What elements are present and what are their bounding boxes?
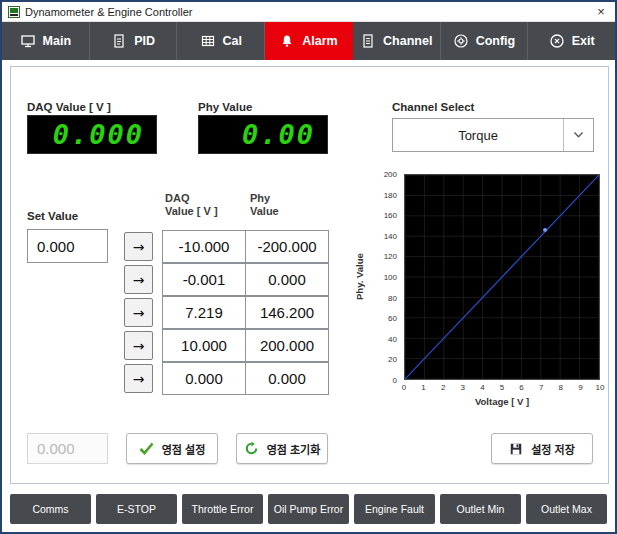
zero-set-button[interactable]: 영점 설정: [126, 433, 218, 464]
x-tick-label: 5: [500, 383, 504, 392]
apply-arrow-button[interactable]: →: [124, 232, 153, 261]
y-tick-label: 140: [384, 231, 397, 240]
x-tick-label: 9: [578, 383, 582, 392]
status-comms[interactable]: Comms: [10, 494, 91, 524]
toolbar-channel-label: Channel: [383, 34, 432, 48]
table-header-phy: Phy Value: [250, 192, 279, 218]
refresh-icon: [244, 441, 259, 456]
table-header-daq: DAQ Value [ V ]: [165, 192, 218, 218]
x-tick-label: 0: [402, 383, 406, 392]
toolbar-main-label: Main: [43, 34, 71, 48]
toolbar-alarm-label: Alarm: [302, 34, 337, 48]
y-tick-label: 200: [384, 170, 397, 179]
toolbar-cal-button[interactable]: Cal: [177, 22, 265, 60]
channel-select-dropdown[interactable]: Torque: [392, 118, 594, 152]
phy-cal-cell[interactable]: 0.000: [245, 362, 329, 395]
save-settings-button[interactable]: 설정 저장: [491, 433, 593, 464]
phy-value-label: Phy Value: [198, 101, 252, 113]
chart-x-axis-title: Voltage [ V ]: [404, 396, 600, 407]
daq-cal-cell[interactable]: 0.000: [162, 362, 246, 395]
bell-icon: [279, 33, 295, 49]
zero-reset-button[interactable]: 영점 초기화: [236, 433, 328, 464]
y-tick-label: 40: [388, 334, 397, 343]
zero-offset-display: 0.000: [27, 433, 108, 464]
channel-select-value: Torque: [393, 119, 563, 151]
toolbar-config-label: Config: [476, 34, 516, 48]
gear-icon: [453, 33, 469, 49]
phy-value-display: 0.00: [198, 115, 328, 154]
y-tick-label: 0: [393, 376, 397, 385]
monitor-icon: [20, 33, 36, 49]
toolbar-exit-button[interactable]: Exit: [528, 22, 615, 60]
daq-value-display: 0.000: [27, 115, 157, 154]
x-tick-label: 8: [559, 383, 563, 392]
set-value-input[interactable]: 0.000: [27, 229, 108, 263]
toolbar-config-button[interactable]: Config: [441, 22, 529, 60]
main-content: DAQ Value [ V ] 0.000 Phy Value 0.00 Cha…: [2, 60, 615, 486]
daq-cal-cell[interactable]: 10.000: [162, 329, 246, 362]
chart-y-tick-labels: 020406080100120140160180200: [372, 174, 400, 380]
close-button[interactable]: ×: [593, 4, 609, 20]
check-icon: [139, 442, 154, 455]
app-icon: [8, 6, 20, 18]
daq-value-label: DAQ Value [ V ]: [27, 101, 111, 113]
toolbar-channel-button[interactable]: Channel: [353, 22, 441, 60]
y-tick-label: 120: [384, 252, 397, 261]
save-settings-label: 설정 저장: [531, 441, 575, 457]
toolbar-main-button[interactable]: Main: [2, 22, 90, 60]
cal-table-row: → -10.000 -200.000: [124, 230, 329, 263]
y-tick-label: 100: [384, 273, 397, 282]
title-bar: Dynamometer & Engine Controller ×: [2, 2, 615, 22]
window-title: Dynamometer & Engine Controller: [25, 6, 588, 18]
phy-cal-cell[interactable]: -200.000: [245, 230, 329, 263]
x-tick-label: 10: [596, 383, 605, 392]
grid-icon: [200, 33, 216, 49]
status-throttle-error[interactable]: Throttle Error: [182, 494, 263, 524]
apply-arrow-button[interactable]: →: [124, 265, 153, 294]
toolbar-exit-label: Exit: [572, 34, 595, 48]
x-tick-label: 1: [421, 383, 425, 392]
cal-table-row: → 7.219 146.200: [124, 296, 329, 329]
x-tick-label: 7: [539, 383, 543, 392]
set-value-label: Set Value: [27, 210, 78, 222]
zero-reset-label: 영점 초기화: [267, 441, 321, 457]
chart-y-axis-title: Phy. Value: [354, 174, 365, 380]
status-outlet-max[interactable]: Outlet Max: [526, 494, 607, 524]
chevron-down-icon: [563, 119, 593, 151]
apply-arrow-button[interactable]: →: [124, 364, 153, 393]
status-bar: Comms E-STOP Throttle Error Oil Pump Err…: [2, 486, 615, 532]
floppy-disk-icon: [509, 442, 523, 456]
x-tick-label: 4: [480, 383, 484, 392]
apply-arrow-button[interactable]: →: [124, 298, 153, 327]
daq-cal-cell[interactable]: -0.001: [162, 263, 246, 296]
close-circle-icon: [549, 33, 565, 49]
x-tick-label: 3: [461, 383, 465, 392]
status-oil-pump-error[interactable]: Oil Pump Error: [268, 494, 349, 524]
apply-arrow-button[interactable]: →: [124, 331, 153, 360]
cal-table-row: → 10.000 200.000: [124, 329, 329, 362]
document-icon: [111, 33, 127, 49]
phy-cal-cell[interactable]: 0.000: [245, 263, 329, 296]
document-icon: [360, 33, 376, 49]
phy-cal-cell[interactable]: 146.200: [245, 296, 329, 329]
main-toolbar: Main PID Cal Alarm Channel Config Exit: [2, 22, 615, 60]
phy-cal-cell[interactable]: 200.000: [245, 329, 329, 362]
daq-cal-cell[interactable]: 7.219: [162, 296, 246, 329]
toolbar-alarm-button[interactable]: Alarm: [265, 22, 353, 60]
y-tick-label: 60: [388, 314, 397, 323]
y-tick-label: 180: [384, 190, 397, 199]
daq-cal-cell[interactable]: -10.000: [162, 230, 246, 263]
channel-select-label: Channel Select: [392, 101, 474, 113]
x-tick-label: 2: [441, 383, 445, 392]
status-engine-fault[interactable]: Engine Fault: [354, 494, 435, 524]
app-window: Dynamometer & Engine Controller × Main P…: [0, 0, 617, 534]
chart-x-tick-labels: 012345678910: [404, 383, 600, 393]
toolbar-pid-button[interactable]: PID: [90, 22, 178, 60]
status-estop[interactable]: E-STOP: [96, 494, 177, 524]
status-outlet-min[interactable]: Outlet Min: [440, 494, 521, 524]
y-tick-label: 160: [384, 211, 397, 220]
zero-set-label: 영점 설정: [162, 441, 206, 457]
toolbar-pid-label: PID: [134, 34, 155, 48]
toolbar-cal-label: Cal: [223, 34, 242, 48]
y-tick-label: 20: [388, 355, 397, 364]
